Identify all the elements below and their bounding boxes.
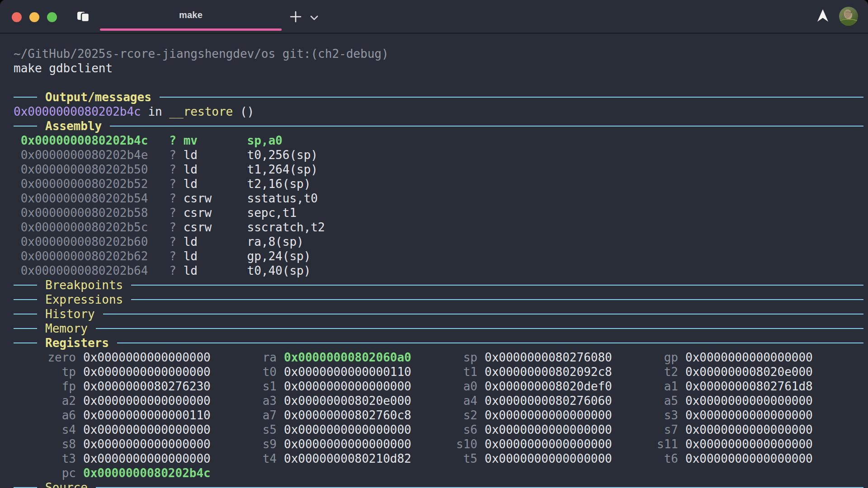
register-s1: s10x0000000000000000: [214, 379, 415, 394]
prompt-path: ~/GitHub/2025s-rcore-jiangshengdev/os: [14, 47, 275, 61]
divider-rule: [131, 299, 863, 300]
asm-row[interactable]: 0x0000000080202b5c?csrwsscratch,t2: [14, 220, 863, 235]
section-label: Registers: [45, 336, 109, 350]
output-suffix: (): [240, 105, 254, 118]
register-name: ra: [214, 350, 277, 365]
register-name: zero: [14, 350, 76, 365]
asm-mnemonic: csrw: [184, 206, 240, 220]
register-a7: a70x00000000802760c8: [214, 408, 415, 422]
register-name: t4: [214, 451, 277, 466]
register-name: t1: [415, 365, 477, 379]
asm-mnemonic: ld: [184, 235, 240, 249]
asm-mnemonic: csrw: [184, 191, 240, 206]
pages-icon[interactable]: [77, 12, 90, 23]
register-value: 0x0000000000000000: [685, 423, 813, 436]
divider-rule: [131, 285, 863, 286]
titlebar: make: [0, 0, 868, 34]
register-value: 0x0000000000000000: [485, 408, 612, 422]
section-header-registers: Registers: [14, 336, 863, 350]
asm-operands: sscratch,t2: [247, 220, 325, 235]
register-value: 0x0000000000000000: [485, 423, 612, 436]
tab-make[interactable]: make: [100, 0, 282, 33]
minimize-window-button[interactable]: [29, 12, 39, 22]
section-header-breakpoints: Breakpoints: [14, 278, 863, 292]
register-pc: pc0x0000000080202b4c: [14, 466, 214, 480]
register-name: t2: [616, 365, 678, 379]
prompt-line: ~/GitHub/2025s-rcore-jiangshengdev/osgit…: [14, 47, 863, 61]
asm-row[interactable]: 0x0000000080202b54?csrwsstatus,t0: [14, 191, 863, 206]
warp-terminal-window: make: [0, 0, 868, 488]
output-address: 0x0000000080202b4c: [14, 105, 141, 118]
section-label: Assembly: [45, 119, 102, 133]
asm-operands: t0,40(sp): [247, 263, 311, 278]
asm-operands: ra,8(sp): [247, 235, 303, 249]
asm-row[interactable]: 0x0000000080202b4e?ldt0,256(sp): [14, 148, 863, 162]
asm-mnemonic: ld: [184, 249, 240, 263]
output-message-line: 0x0000000080202b4cin__restore(): [14, 104, 863, 119]
register-zero: zero0x0000000000000000: [14, 350, 214, 365]
asm-mnemonic: ld: [184, 177, 240, 191]
output-symbol: __restore: [169, 105, 233, 118]
register-sp: sp0x0000000080276080: [415, 350, 616, 365]
register-value: 0x0000000000000000: [685, 408, 813, 422]
warp-logo-icon[interactable]: [816, 9, 829, 22]
divider-segment: [14, 314, 37, 314]
register-a2: a20x0000000000000000: [14, 394, 214, 408]
output-infix: in: [148, 105, 162, 118]
register-gp: gp0x0000000000000000: [616, 350, 816, 365]
asm-operands: sstatus,t0: [247, 191, 318, 206]
register-name: a3: [214, 394, 277, 408]
divider-rule: [117, 343, 863, 343]
register-value: 0x0000000080276080: [485, 351, 612, 364]
asm-operands: sepc,t1: [247, 206, 297, 220]
register-t0: t00x0000000000000110: [214, 365, 415, 379]
asm-row[interactable]: 0x0000000080202b50?ldt1,264(sp): [14, 162, 863, 177]
asm-mnemonic: ld: [184, 148, 240, 162]
register-name: t5: [415, 451, 477, 466]
asm-mnemonic: ld: [184, 263, 240, 278]
register-a3: a30x000000008020e000: [214, 394, 415, 408]
register-name: s3: [616, 408, 678, 422]
register-fp: fp0x0000000080276230: [14, 379, 214, 394]
asm-row[interactable]: 0x0000000080202b60?ldra,8(sp): [14, 235, 863, 249]
register-name: a2: [14, 394, 76, 408]
register-name: a0: [415, 379, 477, 394]
asm-row-current[interactable]: 0x0000000080202b4c?mvsp,a0: [14, 133, 863, 148]
asm-address: 0x0000000080202b5c: [21, 220, 148, 235]
section-header-assembly: Assembly: [14, 119, 863, 133]
zoom-window-button[interactable]: [47, 12, 57, 22]
register-name: s1: [214, 379, 277, 394]
asm-row[interactable]: 0x0000000080202b58?csrwsepc,t1: [14, 206, 863, 220]
divider-rule: [110, 126, 863, 127]
close-window-button[interactable]: [12, 12, 22, 22]
register-tp: tp0x0000000000000000: [14, 365, 214, 379]
asm-row[interactable]: 0x0000000080202b52?ldt2,16(sp): [14, 177, 863, 191]
chevron-down-icon[interactable]: [310, 14, 318, 19]
register-name: s4: [14, 422, 76, 437]
register-name: s8: [14, 437, 76, 451]
register-value: 0x0000000000000000: [83, 365, 211, 379]
section-label: Source: [45, 480, 88, 488]
section-label: Expressions: [45, 292, 123, 307]
register-value: 0x000000008020def0: [485, 380, 612, 393]
window-controls: [12, 12, 57, 22]
command-line: make gdbclient: [14, 61, 863, 75]
asm-row[interactable]: 0x0000000080202b62?ldgp,24(sp): [14, 249, 863, 263]
asm-address: 0x0000000080202b60: [21, 235, 148, 249]
user-avatar[interactable]: [839, 7, 858, 26]
register-name: gp: [616, 350, 678, 365]
register-value: 0x00000000802060a0: [284, 351, 411, 364]
section-header-memory: Memory: [14, 321, 863, 336]
asm-operands: t1,264(sp): [247, 162, 318, 177]
asm-row[interactable]: 0x0000000080202b64?ldt0,40(sp): [14, 263, 863, 278]
active-tab-indicator: [100, 28, 282, 31]
register-value: 0x0000000000000000: [485, 452, 612, 465]
register-value: 0x0000000080276230: [83, 380, 211, 393]
register-name: s2: [415, 408, 477, 422]
new-tab-button[interactable]: [289, 10, 302, 23]
register-name: pc: [14, 466, 76, 480]
register-a6: a60x0000000000000110: [14, 408, 214, 422]
registers-grid: zero0x0000000000000000 ra0x0000000080206…: [14, 350, 863, 480]
register-value: 0x00000000802092c8: [485, 365, 612, 379]
section-label: Breakpoints: [45, 278, 123, 292]
